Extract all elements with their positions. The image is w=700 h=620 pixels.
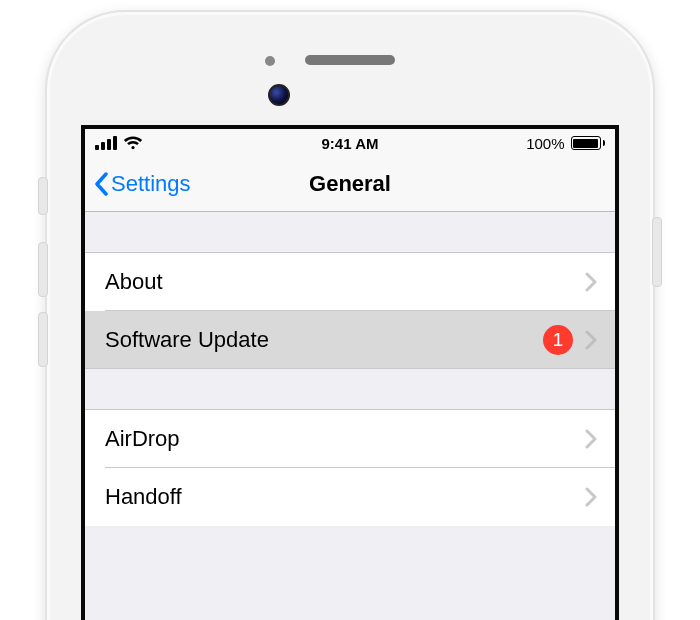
battery-icon [571,136,606,150]
power-button [652,217,662,287]
mute-switch [38,177,48,215]
row-airdrop[interactable]: AirDrop [85,410,615,468]
cellular-signal-icon [95,136,117,150]
row-label: About [105,269,585,295]
screen: 9:41 AM 100% Settings General [81,125,619,620]
status-bar: 9:41 AM 100% [85,129,615,157]
chevron-left-icon [93,172,109,196]
wifi-icon [123,136,143,150]
row-software-update[interactable]: Software Update 1 [85,311,615,369]
chevron-right-icon [585,330,597,350]
chevron-right-icon [585,487,597,507]
volume-down-button [38,312,48,367]
front-camera [268,84,290,106]
settings-group-about: About Software Update 1 [85,252,615,369]
back-button-label: Settings [111,171,191,197]
back-button[interactable]: Settings [85,171,191,197]
row-label: Software Update [105,327,543,353]
proximity-sensor [265,56,275,66]
volume-up-button [38,242,48,297]
section-spacer [85,212,615,252]
chevron-right-icon [585,272,597,292]
row-about[interactable]: About [85,253,615,311]
chevron-right-icon [585,429,597,449]
section-spacer [85,369,615,409]
row-label: AirDrop [105,426,585,452]
navigation-bar: Settings General [85,157,615,212]
settings-group-airdrop: AirDrop Handoff [85,409,615,526]
speaker-grille [305,55,395,65]
row-handoff[interactable]: Handoff [85,468,615,526]
battery-percent: 100% [526,135,564,152]
iphone-frame: 9:41 AM 100% Settings General [45,10,655,620]
notification-badge: 1 [543,325,573,355]
row-label: Handoff [105,484,585,510]
